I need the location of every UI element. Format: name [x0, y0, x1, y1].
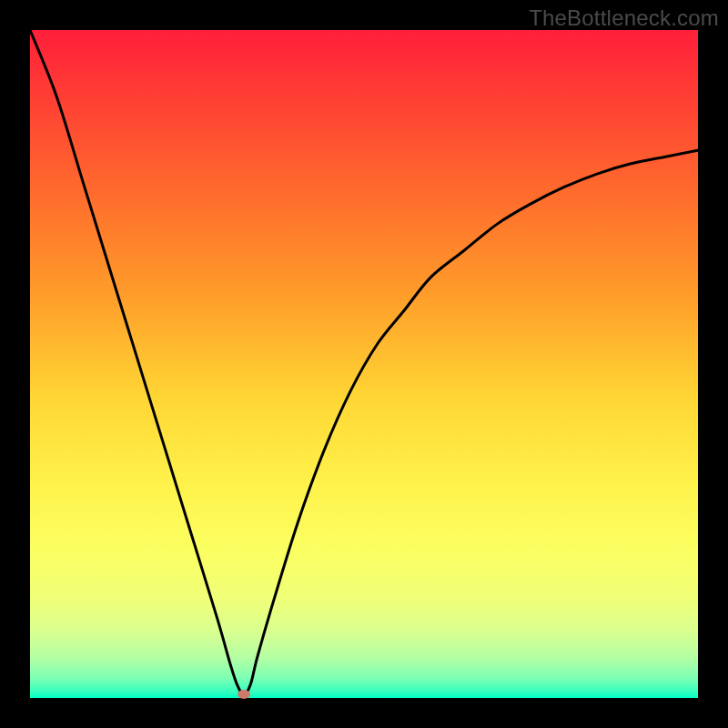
plot-area: [30, 30, 698, 698]
chart-frame: TheBottleneck.com: [0, 0, 728, 728]
bottleneck-curve: [30, 30, 698, 698]
watermark-text: TheBottleneck.com: [529, 5, 719, 31]
minimum-marker: [238, 690, 250, 699]
